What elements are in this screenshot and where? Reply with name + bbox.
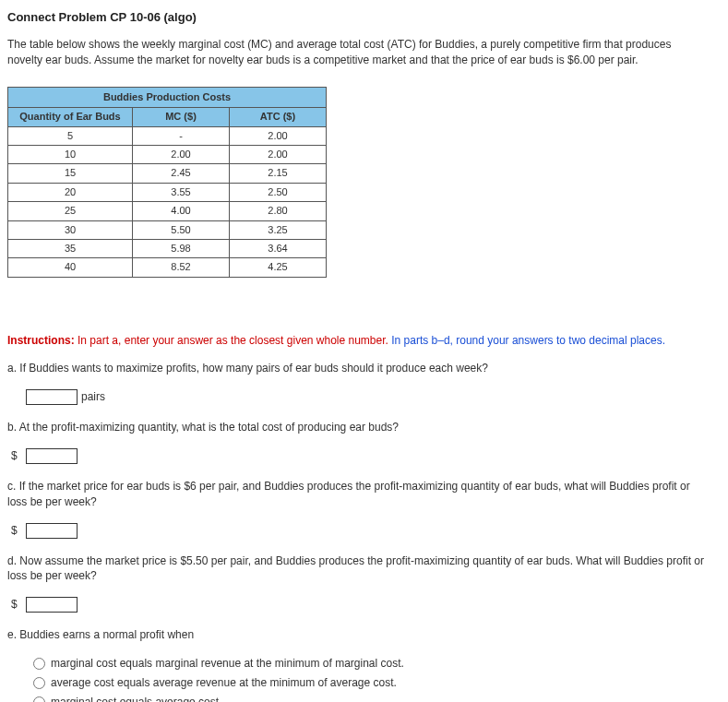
instructions-red: In part a, enter your answer as the clos… [75, 334, 388, 347]
table-row: 305.503.25 [8, 220, 327, 239]
option-e-1[interactable]: marginal cost equals marginal revenue at… [33, 656, 721, 672]
table-row: 203.552.50 [8, 183, 327, 201]
radio-e-3[interactable] [33, 696, 45, 702]
page-title: Connect Problem CP 10-06 (algo) [7, 9, 721, 26]
option-e-2[interactable]: average cost equals average revenue at t… [33, 675, 721, 691]
question-a: a. If Buddies wants to maximize profits,… [7, 361, 709, 376]
question-d: d. Now assume the market price is $5.50 … [7, 553, 709, 585]
production-costs-table: Buddies Production Costs Quantity of Ear… [7, 87, 327, 278]
answer-b-input[interactable] [26, 448, 78, 464]
question-c: c. If the market price for ear buds is $… [7, 479, 709, 510]
instructions-line: Instructions: In part a, enter your answ… [7, 333, 721, 349]
answer-a-unit: pairs [81, 389, 105, 405]
table-row: 102.002.00 [8, 145, 327, 163]
option-e-2-label: average cost equals average revenue at t… [51, 675, 397, 691]
question-b: b. At the profit-maximizing quantity, wh… [7, 420, 709, 435]
answer-c-input[interactable] [26, 523, 78, 539]
col-header-quantity: Quantity of Ear Buds [8, 108, 133, 126]
radio-e-1[interactable] [33, 658, 45, 670]
option-e-3[interactable]: marginal cost equals average cost. [33, 695, 721, 702]
intro-text: The table below shows the weekly margina… [7, 37, 709, 68]
option-e-1-label: marginal cost equals marginal revenue at… [51, 656, 404, 672]
dollar-prefix-d: $ [11, 597, 22, 613]
instructions-blue: In parts b–d, round your answers to two … [388, 334, 665, 347]
dollar-prefix-c: $ [11, 523, 22, 539]
answer-a-input[interactable] [26, 389, 78, 405]
table-row: 408.524.25 [8, 258, 327, 277]
table-row: 355.983.64 [8, 239, 327, 257]
instructions-label: Instructions: [7, 334, 75, 347]
option-e-3-label: marginal cost equals average cost. [51, 695, 221, 702]
col-header-atc: ATC ($) [230, 108, 327, 126]
col-header-mc: MC ($) [133, 108, 230, 126]
question-e-options: marginal cost equals marginal revenue at… [33, 656, 721, 702]
table-row: 5-2.00 [8, 126, 327, 145]
table-row: 254.002.80 [8, 202, 327, 220]
dollar-prefix-b: $ [11, 448, 22, 464]
table-caption: Buddies Production Costs [8, 87, 327, 107]
question-e: e. Buddies earns a normal profit when [7, 627, 709, 643]
answer-d-input[interactable] [26, 597, 78, 613]
table-row: 152.452.15 [8, 164, 327, 183]
radio-e-2[interactable] [33, 677, 45, 689]
